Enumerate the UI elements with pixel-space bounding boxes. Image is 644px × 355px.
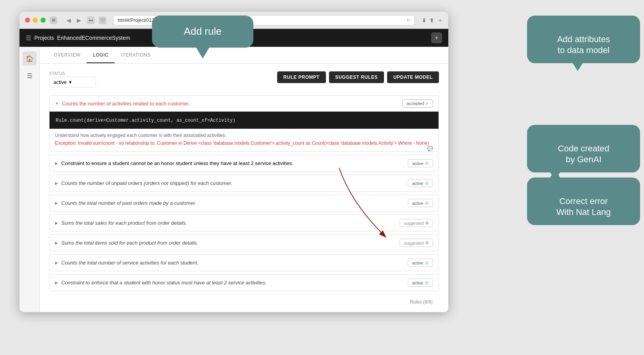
- check-circle-icon-2: ◎: [425, 161, 429, 166]
- check-circle-icon-4: ◎: [425, 201, 429, 206]
- rule-card-2: ▶ Constraint to ensure a student cannot …: [49, 155, 439, 172]
- annotation-add-attrs: Add attributes to data model: [527, 16, 640, 63]
- badge-label-3: active: [412, 181, 423, 186]
- rule-header-8[interactable]: ▶ Constraint to enforce that a student w…: [50, 275, 439, 291]
- rule-title-1: Counts the number of activities related …: [62, 101, 399, 106]
- rule-title-6: Sums the total items sold for each produ…: [61, 240, 396, 246]
- rule-badge-1[interactable]: accepted ✓: [402, 99, 433, 108]
- browser-window: ⊞ ◀ ▶ ••• 🛡 html#/Project/01JG9GBWK9VT7H…: [19, 12, 448, 312]
- traffic-lights: [25, 18, 46, 23]
- action-buttons: RULE PROMPT SUGGEST RULES UPDATE MODEL: [277, 71, 439, 83]
- suggest-rules-button[interactable]: SUGGEST RULES: [329, 71, 384, 83]
- tab-overview[interactable]: OVERVIEW: [48, 47, 87, 63]
- rules-count: Rules (8/8): [49, 294, 439, 309]
- badge-label-6: suggested: [404, 241, 424, 245]
- rule-badge-5[interactable]: suggested ⊕: [400, 219, 433, 227]
- rule-description-1: Understand how actively engaged each cus…: [50, 129, 439, 140]
- rule-card-6: ▶ Sums the total items sold for each pro…: [49, 234, 439, 251]
- rule-card-5: ▶ Sums the total sales for each product …: [49, 215, 439, 231]
- chevron-right-icon-4: ▶: [55, 201, 58, 205]
- rule-badge-8[interactable]: active ◎: [408, 279, 433, 287]
- tabs-bar: OVERVIEW LOGIC ITERATIONS: [40, 47, 448, 64]
- app-logo: ☰ Projects EnhancedECommerceSystem: [26, 34, 130, 42]
- annotation-add-rule: Add rule: [152, 16, 253, 48]
- update-model-button[interactable]: UPDATE MODEL: [387, 71, 439, 83]
- breadcrumb-project[interactable]: EnhancedECommerceSystem: [57, 35, 130, 41]
- main-content: OVERVIEW LOGIC ITERATIONS Status active: [40, 47, 448, 312]
- badge-label-2: active: [412, 161, 423, 166]
- rule-badge-6[interactable]: suggested ⊕: [400, 239, 433, 247]
- share-icon[interactable]: ⬆: [430, 17, 434, 23]
- rule-header-1[interactable]: ▼ Counts the number of activities relate…: [50, 96, 439, 112]
- rule-card-3: ▶ Counts the number of unpaid orders (or…: [49, 175, 439, 192]
- check-circle-icon-3: ◎: [425, 181, 429, 186]
- badge-label-1: accepted ✓: [407, 101, 429, 106]
- chat-icon[interactable]: 💬: [427, 146, 433, 151]
- rule-header-5[interactable]: ▶ Sums the total sales for each product …: [50, 215, 439, 231]
- breadcrumb: Projects EnhancedECommerceSystem: [34, 35, 130, 41]
- chevron-right-icon-2: ▶: [55, 161, 58, 165]
- sidebar-item-home[interactable]: 🏠: [23, 51, 37, 66]
- annotation-code-genai: Code created by GenAI: [527, 125, 640, 172]
- maximize-button[interactable]: [41, 18, 46, 23]
- annotation-correct-error: Correct error With Nat Lang: [527, 178, 640, 225]
- slack-icon[interactable]: ✦: [431, 32, 442, 43]
- browser-actions: ⬇ ⬆ ＋: [422, 17, 443, 24]
- status-select[interactable]: active ▾: [49, 77, 96, 87]
- app-layout: 🏠 ☰ OVERVIEW LOGIC ITERATIONS: [19, 47, 448, 312]
- back-button[interactable]: ◀: [64, 16, 73, 25]
- status-label: Status: [49, 71, 96, 76]
- badge-label-8: active: [412, 280, 423, 285]
- rule-title-8: Constraint to enforce that a student wit…: [61, 280, 405, 286]
- tab-logic[interactable]: LOGIC: [87, 47, 115, 63]
- rule-card-8: ▶ Constraint to enforce that a student w…: [49, 274, 439, 291]
- rule-header-4[interactable]: ▶ Counts the total number of past orders…: [50, 195, 439, 211]
- rule-prompt-button[interactable]: RULE PROMPT: [277, 71, 326, 83]
- rule-card-4: ▶ Counts the total number of past orders…: [49, 195, 439, 211]
- rule-header-3[interactable]: ▶ Counts the number of unpaid orders (or…: [50, 175, 439, 191]
- badge-label-5: suggested: [404, 221, 424, 225]
- browser-nav: ◀ ▶: [64, 16, 83, 25]
- sidebar-item-list[interactable]: ☰: [23, 69, 37, 83]
- status-value: active: [53, 79, 67, 85]
- rule-badge-3[interactable]: active ◎: [408, 179, 433, 187]
- tab-grid-icon[interactable]: ⊞: [50, 16, 57, 24]
- download-icon[interactable]: ⬇: [422, 17, 426, 23]
- close-button[interactable]: [25, 18, 30, 23]
- rule-header-6[interactable]: ▶ Sums the total items sold for each pro…: [50, 235, 439, 251]
- rule-header-7[interactable]: ▶ Counts the total number of service act…: [50, 255, 439, 271]
- breadcrumb-prefix: Projects: [34, 35, 54, 41]
- rule-code-text-1: Rule.count(derive=Customer.activity_coun…: [56, 118, 235, 123]
- rule-error-text-1: Exception: Invalid sum/count - no relati…: [55, 140, 429, 146]
- tab-iterations[interactable]: ITERATIONS: [115, 47, 157, 63]
- status-select-wrap: Status active ▾: [49, 71, 96, 87]
- forward-button[interactable]: ▶: [74, 16, 83, 25]
- badge-label-4: active: [412, 201, 423, 206]
- rule-code-block-1: Rule.count(derive=Customer.activity_coun…: [50, 112, 439, 129]
- plus-circle-icon-6: ⊕: [425, 240, 429, 245]
- check-circle-icon-8: ◎: [425, 280, 429, 285]
- rule-badge-4[interactable]: active ◎: [408, 199, 433, 207]
- chevron-right-icon-8: ▶: [55, 280, 58, 285]
- rule-card-7: ▶ Counts the total number of service act…: [49, 254, 439, 271]
- chevron-down-icon-1: ▼: [55, 101, 59, 106]
- rule-header-2[interactable]: ▶ Constraint to ensure a student cannot …: [50, 155, 439, 171]
- hamburger-icon[interactable]: ☰: [26, 34, 31, 42]
- badge-label-7: active: [412, 261, 423, 265]
- chevron-right-icon-3: ▶: [55, 181, 58, 185]
- shield-icon: 🛡: [99, 16, 106, 24]
- new-tab-icon[interactable]: ＋: [437, 17, 443, 24]
- rule-error-1: Exception: Invalid sum/count - no relati…: [50, 140, 439, 150]
- rule-badge-7[interactable]: active ◎: [408, 259, 433, 267]
- rule-title-2: Constraint to ensure a student cannot be…: [61, 160, 405, 166]
- rule-title-3: Counts the number of unpaid orders (orde…: [61, 180, 405, 186]
- tab-menu-icon[interactable]: •••: [87, 16, 95, 24]
- sidebar: 🏠 ☰: [19, 47, 40, 312]
- content-area: Status active ▾ RULE PROMPT SUGGEST RULE…: [40, 64, 448, 312]
- chevron-down-icon: ▾: [69, 79, 72, 85]
- minimize-button[interactable]: [33, 18, 38, 23]
- rule-title-7: Counts the total number of service activ…: [61, 260, 405, 266]
- reload-icon[interactable]: ↻: [407, 18, 410, 23]
- rule-badge-2[interactable]: active ◎: [408, 159, 433, 167]
- status-filter-row: Status active ▾ RULE PROMPT SUGGEST RULE…: [49, 71, 439, 87]
